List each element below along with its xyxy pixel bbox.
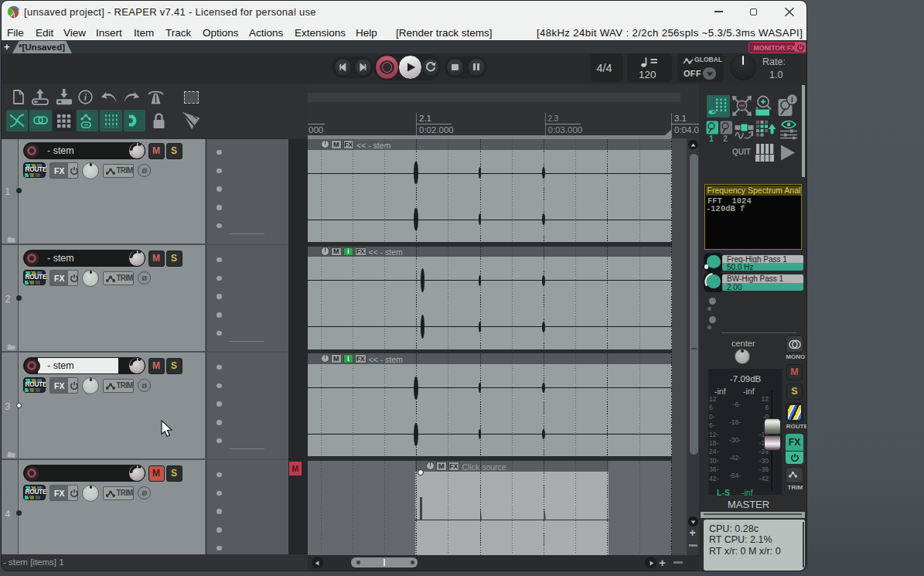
svg-text:i: i (791, 95, 793, 104)
svg-text:i: i (84, 92, 87, 103)
svg-text:2: 2 (723, 135, 728, 143)
svg-text:1: 1 (709, 135, 714, 143)
